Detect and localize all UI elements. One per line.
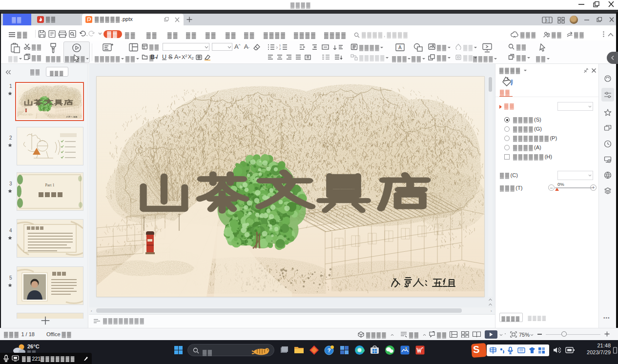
svg-text:2: 2 xyxy=(279,47,281,50)
svg-text:A: A xyxy=(398,45,402,50)
svg-text:1: 1 xyxy=(546,18,548,22)
svg-text:Part 1: Part 1 xyxy=(45,183,55,187)
svg-text:1: 1 xyxy=(279,44,281,47)
svg-text:?: ? xyxy=(328,347,331,353)
